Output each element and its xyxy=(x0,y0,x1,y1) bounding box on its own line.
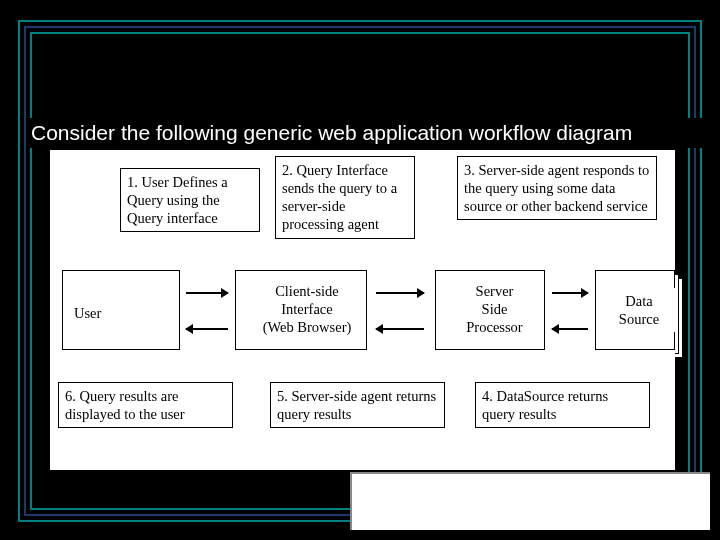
step-3: 3. Server-side agent responds to the que… xyxy=(457,156,657,220)
arrow-user-to-client xyxy=(186,292,228,294)
step-2: 2. Query Interface sends the query to a … xyxy=(275,156,415,239)
entity-user: User xyxy=(68,300,128,326)
entity-client: Client-side Interface (Web Browser) xyxy=(252,278,362,340)
arrow-server-to-datasource xyxy=(552,292,588,294)
arrow-server-to-client xyxy=(376,328,424,330)
page-title: Consider the following generic web appli… xyxy=(30,118,720,148)
entity-server: Server Side Processor xyxy=(452,278,537,340)
arrow-datasource-to-server xyxy=(552,328,588,330)
step-4: 4. DataSource returns query results xyxy=(475,382,650,428)
arrow-client-to-server xyxy=(376,292,424,294)
entity-datasource: Data Source xyxy=(602,288,676,332)
workflow-diagram: 1. User Defines a Query using the Query … xyxy=(50,150,675,470)
corner-notch xyxy=(350,472,710,530)
step-6: 6. Query results are displayed to the us… xyxy=(58,382,233,428)
step-1: 1. User Defines a Query using the Query … xyxy=(120,168,260,232)
arrow-client-to-user xyxy=(186,328,228,330)
step-5: 5. Server-side agent returns query resul… xyxy=(270,382,445,428)
